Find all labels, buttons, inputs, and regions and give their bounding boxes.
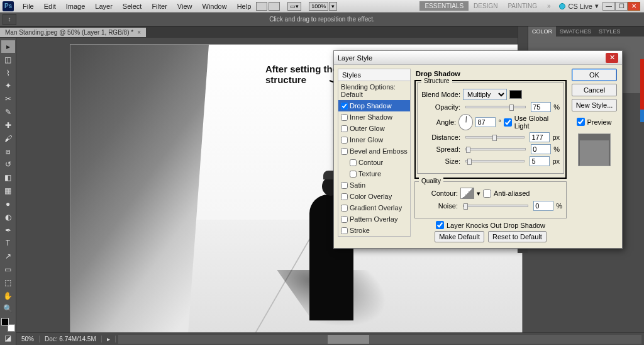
style-item-8[interactable]: Satin [338,179,410,191]
style-item-2[interactable]: Inner Shadow [338,111,410,123]
close-button[interactable]: ✕ [628,2,640,11]
move-tool[interactable]: ▸ [1,40,15,53]
style-item-11[interactable]: Pattern Overlay [338,213,410,225]
cancel-button[interactable]: Cancel [572,84,617,96]
shadow-color-swatch[interactable] [509,90,522,99]
distance-input[interactable] [530,132,550,142]
marquee-tool[interactable]: ◫ [1,54,15,66]
fg-color[interactable] [1,318,9,325]
eyedropper-tool[interactable]: ✎ [1,106,15,118]
make-default-button[interactable]: Make Default [435,231,484,242]
spread-slider[interactable] [465,148,526,150]
panel-tab-styles[interactable]: STYLES [595,26,625,37]
size-input[interactable] [530,156,550,166]
bridge-icon[interactable] [256,2,267,11]
status-doc[interactable]: Doc: 6.74M/14.5M [40,336,102,342]
menu-select[interactable]: Select [118,3,147,10]
menu-filter[interactable]: Filter [147,3,172,10]
scrollbar-thumb[interactable] [328,335,370,344]
spread-input[interactable] [531,144,551,154]
style-item-4[interactable]: Inner Glow [338,134,410,145]
document-tab[interactable]: Man Standing.jpeg @ 50% (Layer 1, RGB/8)… [0,28,146,37]
color-swatches[interactable] [1,318,15,332]
style-item-9[interactable]: Color Overlay [338,191,410,202]
workspace-more[interactable]: » [542,1,556,11]
quickmask-tool[interactable]: ◪ [1,332,15,344]
heal-tool[interactable]: ✚ [1,119,15,132]
global-light-checkbox[interactable] [504,118,512,127]
mini-bridge-icon[interactable] [269,2,280,11]
zoom-level[interactable]: 100%▾ [309,2,337,11]
style-checkbox[interactable] [350,159,357,166]
new-style-button[interactable]: New Style... [572,99,617,111]
style-checkbox[interactable] [341,182,348,189]
panel-tab-color[interactable]: COLOR [528,26,556,37]
type-tool[interactable]: T [1,237,15,249]
style-item-5[interactable]: Bevel and Emboss [338,145,410,157]
style-checkbox[interactable] [341,216,348,223]
menu-help[interactable]: Help [232,3,257,10]
workspace-painting[interactable]: PAINTING [502,1,541,11]
style-item-7[interactable]: Texture [338,168,410,179]
close-tab-icon[interactable]: × [137,29,141,36]
pen-tool[interactable]: ✒ [1,224,15,237]
menu-layer[interactable]: Layer [90,3,118,10]
dodge-tool[interactable]: ◐ [1,211,15,223]
style-checkbox[interactable] [341,137,348,144]
h-scrollbar[interactable] [118,335,641,344]
minimize-button[interactable]: — [602,2,615,11]
style-item-10[interactable]: Gradient Overlay [338,202,410,213]
path-tool[interactable]: ↗ [1,250,15,263]
hand-tool[interactable]: ✋ [1,290,15,302]
preview-checkbox[interactable] [577,118,585,126]
size-slider[interactable] [465,160,525,162]
wand-tool[interactable]: ✦ [1,79,15,92]
menu-window[interactable]: Window [197,3,232,10]
antialiased-checkbox[interactable] [483,189,491,198]
style-checkbox[interactable] [341,125,348,132]
menu-image[interactable]: Image [61,3,91,10]
status-zoom[interactable]: 50% [16,336,40,342]
contour-picker[interactable] [460,188,474,199]
distance-slider[interactable] [465,136,525,139]
lasso-tool[interactable]: ⌇ [1,67,15,79]
reset-default-button[interactable]: Reset to Default [488,231,547,242]
gradient-tool[interactable]: ▦ [1,184,15,197]
menu-file[interactable]: File [18,3,39,10]
panel-tab-swatches[interactable]: SWATCHES [556,26,595,37]
style-checkbox[interactable] [341,227,348,234]
menu-view[interactable]: View [172,3,197,10]
style-item-0[interactable]: Blending Options: Default [338,81,410,100]
3d-tool[interactable]: ⬚ [1,276,15,289]
angle-input[interactable] [475,117,496,127]
style-checkbox[interactable] [341,205,348,212]
blur-tool[interactable]: ● [1,198,15,210]
workspace-design[interactable]: DESIGN [469,1,502,11]
move-tool-icon[interactable]: ↕ [3,14,16,25]
knockout-checkbox[interactable] [436,221,444,229]
stamp-tool[interactable]: ⧈ [1,145,15,158]
style-checkbox[interactable] [341,103,348,110]
shape-tool[interactable]: ▭ [1,263,15,276]
style-checkbox[interactable] [350,171,357,178]
blend-mode-select[interactable]: Multiply [463,89,507,100]
opacity-input[interactable] [531,102,551,112]
style-item-6[interactable]: Contour [338,157,410,168]
maximize-button[interactable]: ☐ [615,2,628,11]
status-arrow[interactable]: ▸ [102,336,116,342]
style-item-1[interactable]: Drop Shadow [338,100,410,111]
ok-button[interactable]: OK [572,69,617,81]
noise-slider[interactable] [463,205,528,207]
angle-dial[interactable] [458,114,473,130]
style-item-3[interactable]: Outer Glow [338,123,410,134]
dialog-titlebar[interactable]: Layer Style ✕ [334,51,622,65]
cs-live[interactable]: CS Live ▾ [559,2,599,10]
noise-input[interactable] [533,201,553,211]
dialog-close-button[interactable]: ✕ [606,53,618,63]
eraser-tool[interactable]: ◧ [1,171,15,184]
style-item-12[interactable]: Stroke [338,225,410,236]
crop-tool[interactable]: ✂ [1,93,15,105]
menu-edit[interactable]: Edit [39,3,61,10]
opacity-slider[interactable] [465,106,526,108]
zoom-tool[interactable]: 🔍 [1,303,15,315]
